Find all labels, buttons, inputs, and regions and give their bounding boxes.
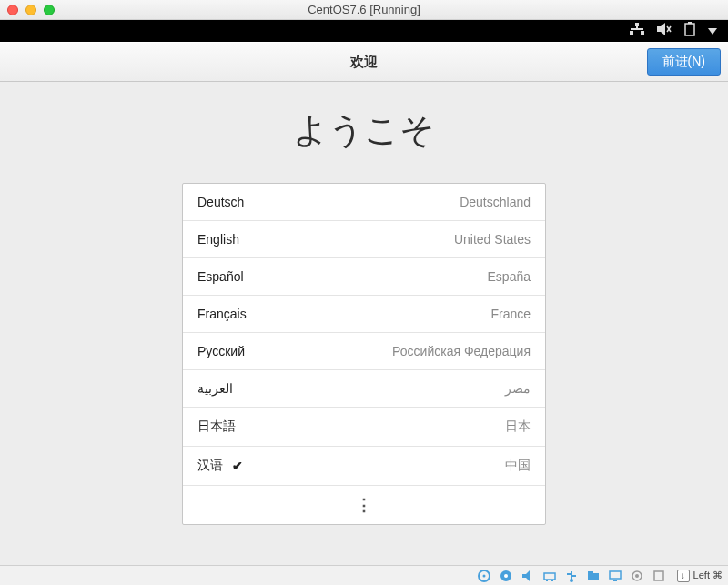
host-key-indicator[interactable]: ↓ Left ⌘ — [677, 570, 723, 582]
network-icon[interactable] — [630, 23, 644, 39]
language-row[interactable]: FrançaisFrance — [183, 296, 545, 333]
svg-marker-5 — [657, 23, 665, 35]
page-title: 欢迎 — [0, 54, 728, 71]
language-name: Español — [197, 269, 244, 284]
audio-icon[interactable] — [521, 569, 535, 583]
language-row[interactable]: EspañolEspaña — [183, 258, 545, 296]
language-region: United States — [454, 232, 531, 247]
svg-rect-0 — [635, 23, 639, 26]
usb-icon[interactable] — [564, 569, 579, 583]
arrow-down-icon: ↓ — [677, 570, 690, 582]
more-languages-button[interactable]: ⋮ — [183, 486, 545, 524]
power-menu-icon[interactable] — [708, 23, 717, 39]
language-name: Deutsch — [197, 195, 244, 209]
guest-additions-icon[interactable] — [652, 569, 666, 583]
svg-rect-22 — [572, 575, 576, 577]
svg-rect-2 — [641, 31, 644, 35]
svg-marker-15 — [522, 570, 530, 581]
svg-rect-9 — [685, 24, 694, 35]
svg-rect-25 — [610, 571, 621, 579]
svg-rect-1 — [630, 31, 633, 35]
svg-point-14 — [504, 574, 508, 578]
optical-drive-icon[interactable] — [499, 569, 513, 583]
macos-titlebar: CentOS7.6 [Running] — [0, 0, 728, 20]
hard-disk-icon[interactable] — [477, 569, 491, 583]
setup-content: ようこそ DeutschDeutschlandEnglishUnited Sta… — [0, 82, 728, 565]
svg-rect-29 — [654, 571, 663, 580]
network-adapter-icon[interactable] — [542, 569, 557, 583]
language-row[interactable]: РусскийРоссийская Федерация — [183, 333, 545, 370]
language-region: 中国 — [505, 458, 531, 474]
language-region: France — [490, 307, 531, 321]
virtualbox-status-bar: ↓ Left ⌘ — [0, 565, 728, 585]
language-row[interactable]: 汉语✔中国 — [183, 447, 545, 486]
check-icon: ✔ — [232, 459, 243, 473]
svg-rect-21 — [567, 573, 571, 575]
language-name: 汉语✔ — [197, 458, 243, 474]
svg-rect-18 — [551, 580, 553, 581]
language-list: DeutschDeutschlandEnglishUnited StatesEs… — [182, 183, 546, 525]
language-row[interactable]: العربيةمصر — [183, 370, 545, 408]
shared-folders-icon[interactable] — [586, 569, 601, 583]
language-name: English — [197, 232, 239, 247]
language-region: 日本 — [505, 419, 531, 435]
svg-rect-26 — [613, 580, 617, 581]
svg-marker-10 — [708, 28, 717, 35]
svg-rect-16 — [544, 573, 555, 580]
window-title: CentOS7.6 [Running] — [0, 3, 728, 16]
language-name: Français — [197, 307, 247, 321]
language-row[interactable]: 日本語日本 — [183, 408, 545, 447]
language-region: España — [488, 269, 531, 284]
svg-point-12 — [482, 574, 485, 577]
gnome-header-bar: 欢迎 前进(N) — [0, 42, 728, 82]
language-row[interactable]: DeutschDeutschland — [183, 184, 545, 221]
language-name: 日本語 — [197, 419, 236, 435]
recording-icon[interactable] — [630, 569, 644, 583]
svg-rect-23 — [588, 573, 599, 580]
display-icon[interactable] — [608, 569, 622, 583]
language-name: العربية — [197, 381, 233, 396]
svg-point-28 — [635, 574, 639, 578]
svg-rect-24 — [588, 571, 593, 574]
welcome-heading: ようこそ — [293, 107, 435, 154]
volume-muted-icon[interactable] — [657, 23, 672, 39]
language-row[interactable]: EnglishUnited States — [183, 221, 545, 258]
language-region: مصر — [505, 381, 531, 396]
host-key-label: Left ⌘ — [693, 570, 723, 581]
language-name: Русский — [197, 344, 245, 358]
svg-rect-4 — [631, 28, 643, 30]
guest-top-panel — [0, 20, 728, 42]
language-region: Российская Федерация — [392, 344, 531, 358]
language-region: Deutschland — [460, 195, 531, 209]
svg-rect-20 — [571, 571, 572, 580]
battery-icon[interactable] — [684, 22, 695, 40]
ellipsis-vertical-icon: ⋮ — [356, 496, 372, 514]
svg-rect-17 — [546, 580, 548, 581]
